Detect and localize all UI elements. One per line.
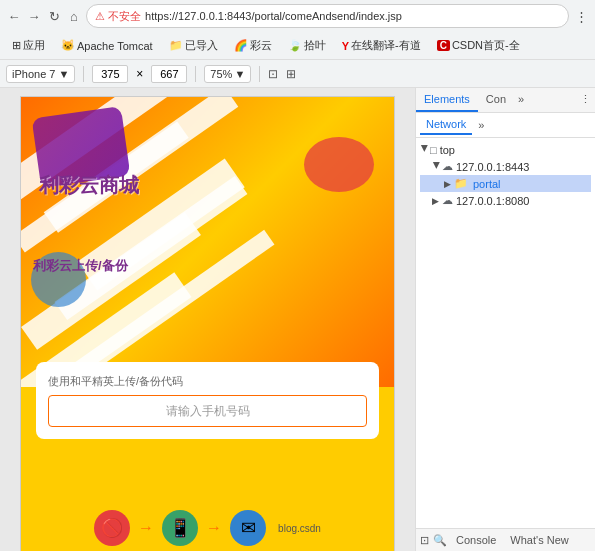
- capture-icon[interactable]: ⊞: [286, 67, 296, 81]
- bookmark-leaf-label: 拾叶: [304, 38, 326, 53]
- tomcat-icon: 🐱: [61, 39, 75, 52]
- separator2: [195, 66, 196, 82]
- device-dropdown-icon: ▼: [58, 68, 69, 80]
- bookmarks-bar: ⊞ 应用 🐱 Apache Tomcat 📁 已导入 🌈 彩云 🍃 拾叶 Y 在…: [0, 32, 595, 60]
- tree-arrow-portal: ▶: [444, 179, 454, 189]
- tree-item-server1[interactable]: ▶ ☁ 127.0.0.1:8443: [420, 158, 591, 175]
- tree-arrow-server2: ▶: [432, 196, 442, 206]
- csdn-icon: C: [437, 40, 450, 51]
- bookmark-apps-label: 应用: [23, 38, 45, 53]
- bottom-icon1[interactable]: 🚫: [94, 510, 130, 546]
- tree-label-top: top: [440, 144, 455, 156]
- toolbar-options-button[interactable]: ⋮: [573, 8, 589, 24]
- width-input[interactable]: [92, 65, 128, 83]
- bookmark-youdao-label: 在线翻译-有道: [351, 38, 421, 53]
- bookmark-import-label: 已导入: [185, 38, 218, 53]
- bottom-icon1-symbol: 🚫: [101, 517, 123, 539]
- zoom-selector[interactable]: 75% ▼: [204, 65, 251, 83]
- nav-bar: ← → ↻ ⌂ ⚠ 不安全 https://127.0.0.1:8443/por…: [0, 0, 595, 32]
- cloud-icon-server2: ☁: [442, 194, 453, 207]
- responsive-icon[interactable]: ⊡: [268, 67, 278, 81]
- device-selector[interactable]: iPhone 7 ▼: [6, 65, 75, 83]
- bookmark-csdn-label: CSDN首页-全: [452, 38, 520, 53]
- devtools-panel: Elements Con » ⋮ Network »: [415, 88, 595, 551]
- devtools-subtabs: Network »: [416, 113, 595, 138]
- viewport: 利彩云商城 利彩云上传/备份 使用和平精英上传/备份代码 请输入手机号码 🚫 →: [0, 88, 415, 551]
- footer-text: blog.csdn: [278, 523, 321, 534]
- separator3: [259, 66, 260, 82]
- address-bar[interactable]: ⚠ 不安全 https://127.0.0.1:8443/portal/come…: [86, 4, 569, 28]
- folder-icon-portal: 📁: [454, 177, 468, 190]
- bookmark-colorcloud-label: 彩云: [250, 38, 272, 53]
- x-label: ×: [136, 67, 143, 81]
- spacer: [528, 88, 576, 112]
- colorcloud-icon: 🌈: [234, 39, 248, 52]
- phone-input[interactable]: 请输入手机号码: [48, 395, 367, 427]
- banner-text: 利彩云商城: [39, 172, 139, 199]
- devtools-bottom-bar: ⊡ 🔍 Console What's New: [416, 528, 595, 551]
- banner-subtext: 利彩云上传/备份: [33, 257, 128, 275]
- url-text: https://127.0.0.1:8443/portal/comeAndsen…: [145, 10, 402, 22]
- phone-placeholder: 请输入手机号码: [166, 403, 250, 420]
- home-button[interactable]: ⌂: [66, 8, 82, 24]
- devtools-bottom-icon1[interactable]: ⊡: [420, 534, 429, 547]
- back-button[interactable]: ←: [6, 8, 22, 24]
- devtools-tabs: Elements Con » ⋮: [416, 88, 595, 113]
- device-toolbar: iPhone 7 ▼ × 75% ▼ ⊡ ⊞: [0, 60, 595, 88]
- red-blob: [304, 137, 374, 192]
- bookmark-import[interactable]: 📁 已导入: [163, 36, 224, 55]
- tab-con[interactable]: Con: [478, 88, 514, 112]
- subtabs-more[interactable]: »: [474, 116, 488, 134]
- apps-icon: ⊞: [12, 39, 21, 52]
- bottom-icon3-symbol: ✉: [241, 517, 256, 539]
- bookmark-apps[interactable]: ⊞ 应用: [6, 36, 51, 55]
- bottom-icons: 🚫 → 📱 → ✉ blog.csdn: [21, 498, 394, 551]
- leaf-icon: 🍃: [288, 39, 302, 52]
- separator1: [83, 66, 84, 82]
- tree-item-portal[interactable]: ▶ 📁 portal: [420, 175, 591, 192]
- height-input[interactable]: [151, 65, 187, 83]
- tree-item-server2[interactable]: ▶ ☁ 127.0.0.1:8080: [420, 192, 591, 209]
- forward-button[interactable]: →: [26, 8, 42, 24]
- mobile-frame: 利彩云商城 利彩云上传/备份 使用和平精英上传/备份代码 请输入手机号码 🚫 →: [20, 96, 395, 551]
- devtools-bottom-icon2[interactable]: 🔍: [433, 534, 447, 547]
- bottom-icon3[interactable]: ✉: [230, 510, 266, 546]
- zoom-label: 75%: [210, 68, 232, 80]
- tree-label-server1: 127.0.0.1:8443: [456, 161, 529, 173]
- bottom-icon2[interactable]: 📱: [162, 510, 198, 546]
- form-label: 使用和平精英上传/备份代码: [48, 374, 367, 389]
- tree-item-top[interactable]: ▶ □ top: [420, 142, 591, 158]
- tree-label-portal: portal: [471, 178, 503, 190]
- bookmark-colorcloud[interactable]: 🌈 彩云: [228, 36, 278, 55]
- network-tree: ▶ □ top ▶ ☁ 127.0.0.1:8443 ▶ 📁 portal ▶ …: [416, 138, 595, 528]
- bookmark-apache-tomcat[interactable]: 🐱 Apache Tomcat: [55, 37, 159, 54]
- tab-elements[interactable]: Elements: [416, 88, 478, 112]
- tree-arrow-top: ▶: [420, 145, 430, 155]
- tab-whatsnew[interactable]: What's New: [505, 532, 573, 548]
- arrow-icon2: →: [206, 519, 222, 537]
- import-icon: 📁: [169, 39, 183, 52]
- tree-label-server2: 127.0.0.1:8080: [456, 195, 529, 207]
- youdao-icon: Y: [342, 40, 349, 52]
- banner: 利彩云商城 利彩云上传/备份: [21, 97, 394, 387]
- bookmark-leaf[interactable]: 🍃 拾叶: [282, 36, 332, 55]
- bookmark-tomcat-label: Apache Tomcat: [77, 40, 153, 52]
- device-label: iPhone 7: [12, 68, 55, 80]
- form-area: 使用和平精英上传/备份代码 请输入手机号码: [36, 362, 379, 439]
- cloud-icon-server1: ☁: [442, 160, 453, 173]
- arrow-icon1: →: [138, 519, 154, 537]
- reload-button[interactable]: ↻: [46, 8, 62, 24]
- folder-icon-top: □: [430, 144, 437, 156]
- devtools-options[interactable]: ⋮: [576, 88, 595, 112]
- subtab-network[interactable]: Network: [420, 115, 472, 135]
- tree-arrow-server1: ▶: [432, 162, 442, 172]
- devtools-more-tabs[interactable]: »: [514, 88, 528, 112]
- bottom-icon2-symbol: 📱: [169, 517, 191, 539]
- tab-console[interactable]: Console: [451, 532, 501, 548]
- main-area: 利彩云商城 利彩云上传/备份 使用和平精英上传/备份代码 请输入手机号码 🚫 →: [0, 88, 595, 551]
- bookmark-csdn[interactable]: C CSDN首页-全: [431, 36, 526, 55]
- zoom-dropdown-icon: ▼: [234, 68, 245, 80]
- security-warning: ⚠ 不安全: [95, 9, 141, 24]
- bookmark-youdao[interactable]: Y 在线翻译-有道: [336, 36, 427, 55]
